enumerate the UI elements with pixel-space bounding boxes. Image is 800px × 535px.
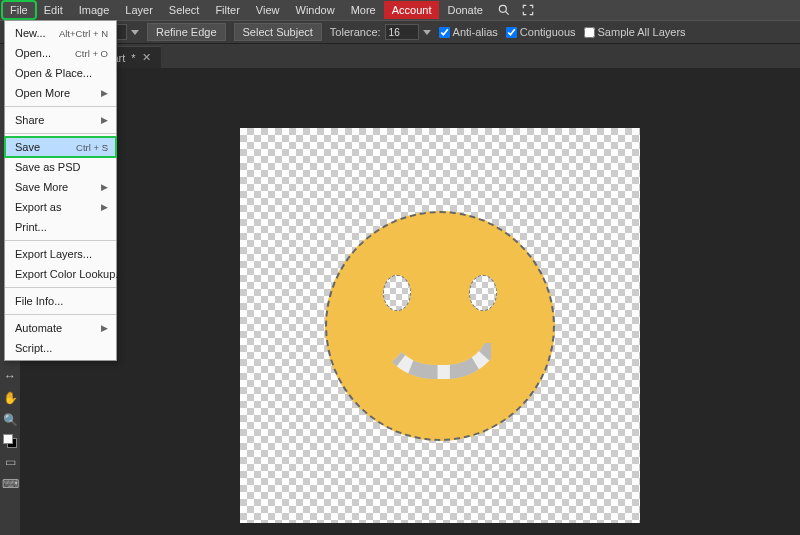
- search-icon[interactable]: [495, 1, 513, 19]
- dropdown-item-automate[interactable]: Automate▶: [5, 318, 116, 338]
- antialias-checkbox[interactable]: Anti-alias: [439, 26, 498, 38]
- hand-tool-icon[interactable]: ✋: [2, 390, 18, 406]
- dropdown-item-label: Open More: [15, 87, 70, 99]
- fullscreen-icon[interactable]: [519, 1, 537, 19]
- dropdown-item-export-as[interactable]: Export as▶: [5, 197, 116, 217]
- submenu-arrow-icon: ▶: [101, 182, 108, 192]
- menubar: File Edit Image Layer Select Filter View…: [0, 0, 800, 20]
- dropdown-item-label: Script...: [15, 342, 52, 354]
- dropdown-item-export-layers[interactable]: Export Layers...: [5, 244, 116, 264]
- svg-point-0: [499, 5, 506, 12]
- menu-filter[interactable]: Filter: [207, 1, 247, 19]
- menu-view[interactable]: View: [248, 1, 288, 19]
- menu-image[interactable]: Image: [71, 1, 118, 19]
- dropdown-item-script[interactable]: Script...: [5, 338, 116, 358]
- dropdown-separator: [5, 287, 116, 288]
- dropdown-separator: [5, 240, 116, 241]
- select-subject-button[interactable]: Select Subject: [234, 23, 322, 41]
- smiley-eye-right: [469, 275, 497, 311]
- dropdown-item-label: Automate: [15, 322, 62, 334]
- dropdown-item-print[interactable]: Print...: [5, 217, 116, 237]
- document-tabs: free-smiley-face-clipart * ✕: [0, 44, 800, 68]
- menu-more[interactable]: More: [343, 1, 384, 19]
- dropdown-item-save-as-psd[interactable]: Save as PSD: [5, 157, 116, 177]
- dropdown-item-label: Print...: [15, 221, 47, 233]
- submenu-arrow-icon: ▶: [101, 323, 108, 333]
- dropdown-separator: [5, 133, 116, 134]
- dropdown-item-label: Save as PSD: [15, 161, 80, 173]
- transparency-background: [240, 128, 640, 523]
- dropdown-item-label: Share: [15, 114, 44, 126]
- dropdown-item-label: Export as: [15, 201, 61, 213]
- tab-close-icon[interactable]: ✕: [142, 51, 151, 64]
- move-tool-icon[interactable]: ↔: [2, 368, 18, 384]
- dropdown-item-label: Open & Place...: [15, 67, 92, 79]
- submenu-arrow-icon: ▶: [101, 88, 108, 98]
- options-bar: Feather: Refine Edge Select Subject Tole…: [0, 20, 800, 44]
- menu-donate[interactable]: Donate: [439, 1, 490, 19]
- dropdown-item-label: Open...: [15, 47, 51, 59]
- dropdown-item-label: New...: [15, 27, 46, 39]
- zoom-tool-icon[interactable]: 🔍: [2, 412, 18, 428]
- keyboard-icon[interactable]: ⌨: [2, 476, 18, 492]
- dropdown-item-label: File Info...: [15, 295, 63, 307]
- dropdown-shortcut: Ctrl + S: [76, 142, 108, 153]
- canvas[interactable]: [240, 128, 640, 523]
- smiley-mouth: [375, 321, 505, 379]
- dropdown-separator: [5, 314, 116, 315]
- tolerance-stepper[interactable]: [423, 30, 431, 35]
- dropdown-item-file-info[interactable]: File Info...: [5, 291, 116, 311]
- workspace: [20, 68, 800, 535]
- dropdown-item-label: Export Layers...: [15, 248, 92, 260]
- tab-dirty-indicator: *: [131, 52, 135, 64]
- tolerance-label: Tolerance:: [330, 26, 381, 38]
- dropdown-item-open-more[interactable]: Open More▶: [5, 83, 116, 103]
- dropdown-item-share[interactable]: Share▶: [5, 110, 116, 130]
- dropdown-item-export-color-lookup[interactable]: Export Color Lookup...: [5, 264, 116, 284]
- smiley-image: [325, 211, 555, 441]
- dropdown-separator: [5, 106, 116, 107]
- menu-account[interactable]: Account: [384, 1, 440, 19]
- dropdown-item-open[interactable]: Open...Ctrl + O: [5, 43, 116, 63]
- file-dropdown: New...Alt+Ctrl + NOpen...Ctrl + OOpen & …: [4, 20, 117, 361]
- dropdown-shortcut: Ctrl + O: [75, 48, 108, 59]
- submenu-arrow-icon: ▶: [101, 115, 108, 125]
- dropdown-item-save[interactable]: SaveCtrl + S: [5, 137, 116, 157]
- dropdown-item-label: Export Color Lookup...: [15, 268, 124, 280]
- submenu-arrow-icon: ▶: [101, 202, 108, 212]
- menu-window[interactable]: Window: [288, 1, 343, 19]
- tolerance-input[interactable]: [385, 24, 419, 40]
- refine-edge-button[interactable]: Refine Edge: [147, 23, 226, 41]
- menu-layer[interactable]: Layer: [117, 1, 161, 19]
- smiley-eye-left: [383, 275, 411, 311]
- color-swatch[interactable]: [3, 434, 17, 448]
- sample-all-checkbox[interactable]: Sample All Layers: [584, 26, 686, 38]
- quickmask-icon[interactable]: ▭: [2, 454, 18, 470]
- dropdown-item-label: Save More: [15, 181, 68, 193]
- dropdown-item-save-more[interactable]: Save More▶: [5, 177, 116, 197]
- dropdown-item-open-place[interactable]: Open & Place...: [5, 63, 116, 83]
- dropdown-item-label: Save: [15, 141, 40, 153]
- dropdown-item-new[interactable]: New...Alt+Ctrl + N: [5, 23, 116, 43]
- feather-stepper[interactable]: [131, 30, 139, 35]
- menu-edit[interactable]: Edit: [36, 1, 71, 19]
- contiguous-checkbox[interactable]: Contiguous: [506, 26, 576, 38]
- menu-file[interactable]: File: [2, 1, 36, 19]
- svg-line-1: [505, 11, 508, 14]
- dropdown-shortcut: Alt+Ctrl + N: [59, 28, 108, 39]
- menu-select[interactable]: Select: [161, 1, 208, 19]
